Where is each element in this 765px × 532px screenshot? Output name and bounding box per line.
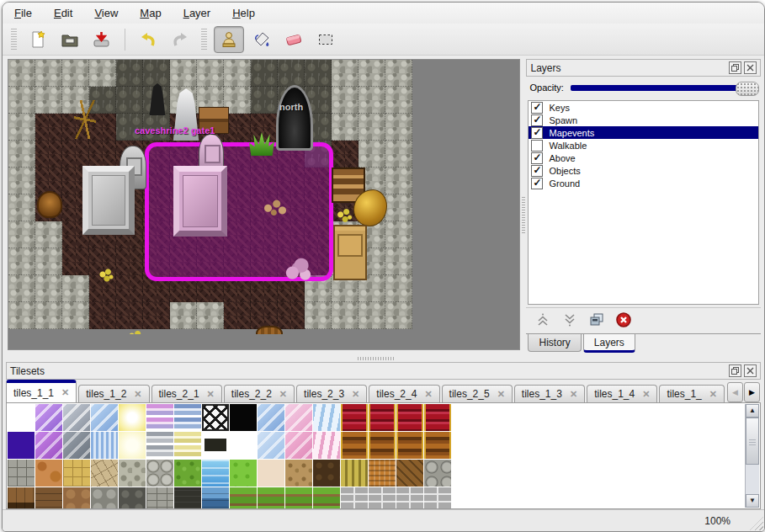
map-tile[interactable] <box>35 87 62 114</box>
delete-layer-button[interactable] <box>614 311 634 331</box>
palette-tile-gray-stripes[interactable] <box>146 432 173 459</box>
map-tile[interactable] <box>359 60 385 87</box>
map-tile[interactable] <box>170 302 197 329</box>
map-tile[interactable] <box>170 60 197 87</box>
palette-tile-black[interactable] <box>230 404 257 431</box>
map-tile[interactable] <box>332 141 359 168</box>
map-tile[interactable] <box>8 60 35 87</box>
palette-tile-dark-wall[interactable] <box>174 487 201 509</box>
menu-file[interactable]: File <box>14 7 32 19</box>
menu-layer[interactable]: Layer <box>183 7 211 19</box>
tileset-tab-tiles_1_2[interactable]: tiles_1_2✕ <box>78 385 149 402</box>
layer-visibility-checkbox[interactable] <box>531 140 543 152</box>
layer-visibility-checkbox[interactable]: ✓ <box>531 165 543 177</box>
map-tile[interactable] <box>116 275 143 302</box>
menu-edit[interactable]: Edit <box>54 7 72 19</box>
map-tile[interactable] <box>359 114 385 141</box>
tab-scroll-left-button[interactable]: ◀ <box>727 382 743 402</box>
map-tile[interactable] <box>385 194 412 221</box>
layer-visibility-checkbox[interactable]: ✓ <box>531 127 543 139</box>
map-tile[interactable] <box>8 221 35 248</box>
palette-tile-yellow-stripes[interactable] <box>174 432 201 459</box>
palette-tile-brown-stripes[interactable] <box>396 432 423 459</box>
palette-tile-white[interactable] <box>230 432 257 459</box>
tab-scroll-right-button[interactable]: ▶ <box>744 382 760 402</box>
palette-tile-blue-glass[interactable] <box>91 404 118 431</box>
palette-tile-red-curtain[interactable] <box>424 404 451 431</box>
map-tile[interactable] <box>35 141 62 168</box>
map-tile[interactable] <box>385 141 412 168</box>
tab-close-icon[interactable]: ✕ <box>424 389 432 400</box>
map-tile[interactable] <box>278 60 305 87</box>
map-tile[interactable] <box>385 302 412 329</box>
tileset-tab-tiles_1_3[interactable]: tiles_1_3✕ <box>514 385 585 402</box>
map-tile[interactable] <box>35 302 62 329</box>
layer-row-walkable[interactable]: Walkable <box>529 139 758 152</box>
palette-tile-brown-stripes[interactable] <box>369 432 396 459</box>
map-tile[interactable] <box>197 302 224 329</box>
palette-tile-gray-rocks[interactable] <box>424 460 451 487</box>
layer-row-above[interactable]: ✓Above <box>529 152 758 164</box>
palette-tile-yellow-tile[interactable] <box>63 460 90 487</box>
map-tile[interactable] <box>8 141 35 168</box>
map-viewport[interactable]: caveshrine2 gate1north <box>8 59 520 350</box>
layer-row-objects[interactable]: ✓Objects <box>529 164 758 177</box>
palette-tile-indigo[interactable] <box>8 432 35 459</box>
map-tile[interactable] <box>224 60 251 87</box>
palette-tile-bright-grass[interactable] <box>230 460 257 487</box>
stamp-tool-button[interactable] <box>214 26 244 53</box>
map-tile[interactable] <box>116 60 143 87</box>
redo-button[interactable] <box>166 27 194 52</box>
palette-tile-herringbone[interactable] <box>396 460 423 487</box>
close-panel-button[interactable] <box>744 61 757 74</box>
palette-tile-red-curtain[interactable] <box>341 404 368 431</box>
map-tile[interactable] <box>35 275 62 302</box>
palette-tile-red-curtain[interactable] <box>396 404 423 431</box>
tab-close-icon[interactable]: ✕ <box>709 389 717 400</box>
palette-tile-grass-row[interactable] <box>230 487 257 509</box>
undo-button[interactable] <box>134 27 162 52</box>
palette-tile-bamboo[interactable] <box>341 460 368 487</box>
palette-tile-pink-wave[interactable] <box>313 432 340 459</box>
palette-tile-pink-glass2[interactable] <box>285 432 312 459</box>
map-tile[interactable] <box>385 275 412 302</box>
palette-tile-stone-wall[interactable] <box>91 487 118 509</box>
palette-tile-pink-stripes[interactable] <box>146 404 173 431</box>
float-panel-button[interactable] <box>729 364 741 377</box>
palette-tile-gray-brick-wall[interactable] <box>369 487 396 509</box>
opacity-slider-handle[interactable] <box>736 82 759 96</box>
tab-close-icon[interactable]: ✕ <box>279 389 287 400</box>
map-tile[interactable] <box>385 114 412 141</box>
map-tile[interactable] <box>332 60 359 87</box>
map-tile[interactable] <box>35 248 62 275</box>
palette-tile-gray-glass[interactable] <box>63 404 90 431</box>
map-tile[interactable] <box>224 302 251 329</box>
menu-view[interactable]: View <box>94 7 118 19</box>
palette-tile-gray-brick-wall[interactable] <box>396 487 423 509</box>
map-tile[interactable] <box>35 114 62 141</box>
palette-tile-cream[interactable] <box>258 460 284 487</box>
map-tile[interactable] <box>89 141 116 168</box>
palette-tile-round-stones[interactable] <box>146 460 173 487</box>
palette-tile-gray-brick-wall[interactable] <box>424 487 451 509</box>
layer-row-mapevents[interactable]: ✓Mapevents <box>529 126 758 139</box>
palette-tile-yellow-glow[interactable] <box>119 404 146 431</box>
map-tile[interactable] <box>385 60 412 87</box>
map-tile[interactable] <box>116 87 143 114</box>
horizontal-splitter[interactable] <box>3 355 764 362</box>
map-tile[interactable] <box>8 194 35 221</box>
palette-tile-pale-yellow[interactable] <box>119 432 146 459</box>
opacity-slider[interactable] <box>571 85 757 91</box>
palette-tile-brown-stripes[interactable] <box>424 432 451 459</box>
map-tile[interactable] <box>62 141 89 168</box>
tileset-tab-tiles_2_1[interactable]: tiles_2_1✕ <box>151 385 222 402</box>
map-canvas[interactable]: caveshrine2 gate1north <box>8 60 412 334</box>
palette-tile-plaque[interactable] <box>202 432 229 459</box>
map-tile[interactable] <box>8 248 35 275</box>
move-layer-down-button[interactable] <box>560 311 580 331</box>
map-tile[interactable] <box>359 87 385 114</box>
palette-tile-grass-row[interactable] <box>258 487 284 509</box>
tileset-tab-tiles_2_3[interactable]: tiles_2_3✕ <box>296 385 367 402</box>
palette-tile-weave[interactable] <box>369 460 396 487</box>
tab-close-icon[interactable]: ✕ <box>134 389 141 400</box>
